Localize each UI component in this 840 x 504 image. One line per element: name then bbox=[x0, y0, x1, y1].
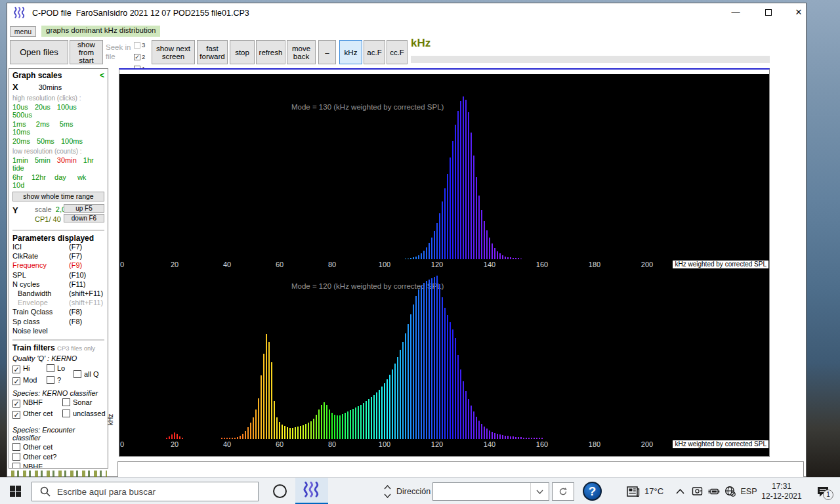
scale-20ms[interactable]: 20ms bbox=[12, 137, 30, 145]
active-view-tab[interactable]: graphs dominant kHz distribution bbox=[41, 26, 160, 37]
chevron-up-icon bbox=[384, 485, 391, 490]
y-down-button[interactable]: down F6 bbox=[64, 214, 104, 222]
seek-progress-bar[interactable] bbox=[411, 56, 770, 63]
scale-10ms[interactable]: 10ms bbox=[12, 128, 30, 136]
sidebar: < Graph scales X 30mins high resolution … bbox=[9, 68, 108, 469]
open-files-button[interactable]: Open files bbox=[10, 40, 68, 64]
scale-30min[interactable]: 30min bbox=[57, 156, 77, 164]
scale-1min[interactable]: 1min bbox=[12, 156, 28, 164]
scale-row: 20ms 50ms 100ms bbox=[12, 137, 104, 145]
param-spl[interactable]: SPL(F10) bbox=[12, 271, 104, 280]
maximize-icon[interactable] bbox=[759, 5, 778, 20]
network-globe-icon[interactable] bbox=[722, 478, 738, 504]
scale-100us[interactable]: 100us bbox=[57, 103, 77, 111]
scale-6hr[interactable]: 6hr bbox=[12, 173, 23, 181]
scale-wk[interactable]: wk bbox=[77, 173, 86, 181]
file-check-2[interactable]: ✓2 bbox=[134, 53, 145, 60]
khz-distribution-chart-panel[interactable]: Mode = 130 (kHz weighted by corrected SP… bbox=[119, 68, 770, 457]
scale-5ms[interactable]: 5ms bbox=[60, 120, 74, 128]
taskbar-clock[interactable]: 17:31 12-12-2021 bbox=[760, 478, 803, 504]
param-noise-level[interactable]: Noise level bbox=[12, 327, 104, 336]
param-envelope[interactable]: Envelope(shift+F11) bbox=[12, 299, 104, 308]
quality-checkboxes: ✓Hi Lo all Q ✓Mod ? bbox=[12, 364, 104, 387]
checkbox-enc-other-cet[interactable]: Other cet bbox=[12, 443, 52, 451]
hidden-icons-chevron[interactable] bbox=[673, 478, 686, 504]
checkbox-other-cet[interactable]: ✓Other cet bbox=[12, 410, 52, 419]
search-icon bbox=[40, 486, 51, 497]
cortana-button[interactable] bbox=[265, 478, 294, 504]
checkbox-unclassed[interactable]: unclassed bbox=[62, 410, 106, 417]
param-ici[interactable]: ICI(F7) bbox=[12, 243, 104, 252]
checkbox-lo[interactable]: Lo bbox=[47, 364, 65, 372]
stop-button[interactable]: stop bbox=[230, 40, 255, 64]
checkbox-all-q[interactable]: all Q bbox=[74, 370, 99, 378]
scale-12hr[interactable]: 12hr bbox=[32, 173, 46, 181]
checkbox-nbhf[interactable]: ✓NBHF bbox=[12, 398, 43, 408]
search-placeholder: Escribe aquí para buscar bbox=[57, 487, 156, 497]
scale-100ms[interactable]: 100ms bbox=[61, 137, 83, 145]
language-indicator[interactable]: ESP bbox=[739, 478, 759, 504]
go-refresh-button[interactable] bbox=[552, 482, 574, 501]
power-tray-icon[interactable] bbox=[706, 478, 722, 504]
windows-logo-icon bbox=[10, 486, 21, 497]
param-clkrate[interactable]: ClkRate(F7) bbox=[12, 252, 104, 261]
param-train-qclass[interactable]: Train Qclass(F8) bbox=[12, 308, 104, 317]
checkbox-sonar[interactable]: Sonar bbox=[62, 398, 92, 406]
show-next-screen-button[interactable]: show next screen bbox=[152, 40, 195, 64]
scale-row: 10us 20us 100us 500us bbox=[12, 103, 104, 119]
param-sp-class[interactable]: Sp class(F8) bbox=[12, 318, 104, 327]
acf-button[interactable]: ac.F bbox=[364, 40, 385, 64]
checkbox-mod[interactable]: ✓Mod bbox=[12, 376, 37, 385]
move-back-button[interactable]: move back bbox=[287, 40, 316, 64]
cpod-taskbar-app[interactable] bbox=[295, 478, 328, 504]
checkbox-hi[interactable]: ✓Hi bbox=[12, 364, 30, 373]
khz-button[interactable]: kHz bbox=[339, 40, 362, 64]
scale-tide[interactable]: tide bbox=[12, 164, 24, 172]
close-icon[interactable]: ✕ bbox=[789, 5, 808, 20]
ccf-button[interactable]: cc.F bbox=[387, 40, 408, 64]
minimize-trace-button[interactable]: – bbox=[318, 40, 336, 64]
help-button[interactable]: ? bbox=[583, 482, 602, 501]
scale-day[interactable]: day bbox=[54, 173, 66, 181]
y-up-button[interactable]: up F5 bbox=[64, 204, 104, 213]
weather-widget[interactable]: 17°C bbox=[623, 478, 667, 504]
combo-chevron-icon[interactable] bbox=[530, 483, 549, 500]
scale-10d[interactable]: 10d bbox=[12, 181, 24, 189]
refresh-button[interactable]: refresh bbox=[256, 40, 285, 64]
scale-1ms[interactable]: 1ms bbox=[12, 120, 26, 128]
param-bandwidth[interactable]: Bandwidth(shift+F11) bbox=[12, 289, 104, 299]
scale-2ms[interactable]: 2ms bbox=[36, 120, 50, 128]
file-check-3[interactable]: 3 bbox=[134, 41, 145, 49]
direccion-combobox[interactable] bbox=[432, 482, 549, 501]
notification-center-button[interactable]: 1 bbox=[808, 478, 837, 504]
display-tray-icon[interactable] bbox=[689, 478, 705, 504]
time: 17:31 bbox=[772, 482, 791, 492]
window-title: C-POD file FaroSanIsidro 2021 12 07 POD2… bbox=[32, 9, 249, 18]
titlebar: C-POD file FaroSanIsidro 2021 12 07 POD2… bbox=[7, 3, 806, 23]
date: 12-12-2021 bbox=[761, 492, 801, 501]
scale-10us[interactable]: 10us bbox=[12, 103, 28, 111]
scale-500us[interactable]: 500us bbox=[12, 111, 32, 119]
fast-forward-button[interactable]: fast forward bbox=[197, 40, 228, 64]
low-res-hint: low resolution (counts) : bbox=[12, 148, 104, 155]
minimize-icon[interactable]: — bbox=[726, 5, 745, 20]
checkbox-q-unknown[interactable]: ? bbox=[47, 376, 61, 384]
show-whole-time-range-button[interactable]: show whole time range bbox=[12, 192, 104, 201]
clipped-text bbox=[11, 471, 107, 477]
start-button[interactable] bbox=[0, 478, 30, 504]
collapse-icon[interactable]: < bbox=[100, 71, 104, 80]
show-from-start-button[interactable]: show from start bbox=[70, 40, 103, 64]
checkbox-enc-nbhf[interactable]: NBHF bbox=[12, 463, 43, 469]
param-ncycles[interactable]: N cycles(F11) bbox=[12, 280, 104, 289]
toolbar-scroll-buttons[interactable] bbox=[382, 478, 392, 504]
scale-5min[interactable]: 5min bbox=[35, 156, 51, 164]
scale-1hr[interactable]: 1hr bbox=[83, 156, 94, 164]
taskbar-search-input[interactable]: Escribe aquí para buscar bbox=[32, 482, 259, 501]
menu-button[interactable]: menu bbox=[10, 26, 36, 37]
scale-50ms[interactable]: 50ms bbox=[37, 137, 54, 145]
encounter-checkboxes: Other cet Other cet? NBHF NBHF? Sonar So… bbox=[12, 443, 104, 469]
scale-20us[interactable]: 20us bbox=[35, 103, 51, 111]
bottom-chart-x-axis-label: kHz weighted by corrected SPL bbox=[673, 440, 768, 448]
checkbox-enc-other-cet-q[interactable]: Other cet? bbox=[12, 453, 56, 461]
param-frequency[interactable]: Frequency(F9) bbox=[12, 261, 104, 270]
